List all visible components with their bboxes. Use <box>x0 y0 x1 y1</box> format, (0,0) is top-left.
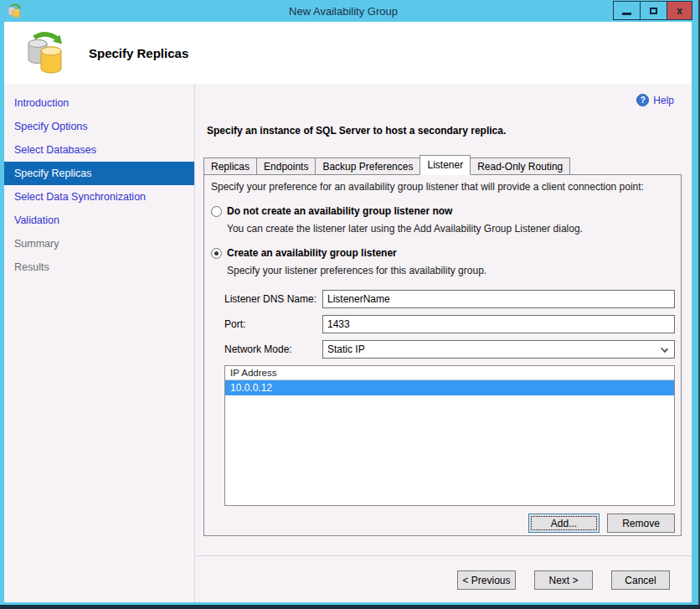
port-input[interactable] <box>322 315 675 333</box>
new-availability-group-window: New Availability Group x Specify Replica… <box>0 0 700 609</box>
listener-tab-panel: Specify your preference for an availabil… <box>203 174 682 536</box>
window-controls: x <box>614 1 692 20</box>
sidebar-item-results: Results <box>4 255 194 279</box>
sidebar-item-summary: Summary <box>4 232 194 255</box>
radio-create-listener-description: Specify your listener preferences for th… <box>227 265 681 276</box>
network-mode-value: Static IP <box>327 343 365 355</box>
tab-read-only-routing[interactable]: Read-Only Routing <box>470 157 570 175</box>
network-mode-row: Network Mode: Static IP <box>224 340 675 359</box>
tab-strip: Replicas Endpoints Backup Preferences Li… <box>203 157 569 175</box>
sidebar-item-select-data-synchronization[interactable]: Select Data Synchronization <box>4 185 194 209</box>
replicas-database-icon <box>23 30 67 75</box>
tab-listener[interactable]: Listener <box>419 155 471 175</box>
dns-name-input[interactable] <box>322 290 675 308</box>
radio-no-listener-description: You can create the listener later using … <box>227 223 681 235</box>
maximize-icon <box>650 8 657 14</box>
ip-address-row[interactable]: 10.0.0.12 <box>225 380 674 395</box>
network-mode-label: Network Mode: <box>224 343 322 355</box>
tab-backup-preferences[interactable]: Backup Preferences <box>315 157 420 175</box>
page-title: Specify Replicas <box>89 46 188 60</box>
tab-endpoints[interactable]: Endpoints <box>256 157 316 175</box>
sidebar-item-specify-replicas[interactable]: Specify Replicas <box>4 162 194 185</box>
help-icon: ? <box>636 94 649 106</box>
wizard-footer: < Previous Next > Cancel <box>195 555 692 602</box>
minimize-button[interactable] <box>613 1 641 20</box>
port-label: Port: <box>224 318 322 330</box>
ip-address-list[interactable]: IP Address 10.0.0.12 <box>224 365 675 506</box>
listener-fields: Listener DNS Name: Port: Network Mode: <box>224 290 675 359</box>
network-mode-select[interactable]: Static IP <box>322 340 675 359</box>
cancel-button[interactable]: Cancel <box>611 570 670 590</box>
content-column: ? Help Specify an instance of SQL Server… <box>195 84 692 602</box>
help-link[interactable]: ? Help <box>636 94 674 106</box>
dns-name-row: Listener DNS Name: <box>224 290 675 308</box>
close-button[interactable]: x <box>667 1 692 20</box>
close-icon: x <box>677 5 682 17</box>
title-bar: New Availability Group x <box>0 0 700 22</box>
window-title: New Availability Group <box>0 0 687 22</box>
dialog-body: Introduction Specify Options Select Data… <box>4 84 692 602</box>
previous-button[interactable]: < Previous <box>457 570 516 590</box>
minimize-icon <box>622 13 631 15</box>
listener-preference-text: Specify your preference for an availabil… <box>211 181 674 193</box>
radio-create-listener-label: Create an availability group listener <box>227 247 397 259</box>
sidebar-item-validation[interactable]: Validation <box>4 209 194 232</box>
ip-list-buttons: Add... Remove <box>204 514 675 533</box>
port-row: Port: <box>224 315 675 333</box>
sidebar-item-introduction[interactable]: Introduction <box>4 91 194 115</box>
add-button[interactable]: Add... <box>528 514 600 533</box>
radio-option-create-listener[interactable]: Create an availability group listener <box>211 247 681 259</box>
dialog-card: Specify Replicas Introduction Specify Op… <box>4 22 692 602</box>
window-edge-bottom <box>0 605 700 609</box>
wizard-steps-sidebar: Introduction Specify Options Select Data… <box>4 84 195 602</box>
wizard-header: Specify Replicas <box>4 22 692 84</box>
footer-buttons: < Previous Next > Cancel <box>439 570 670 590</box>
sidebar-item-select-databases[interactable]: Select Databases <box>4 138 194 162</box>
remove-button[interactable]: Remove <box>607 514 675 533</box>
radio-no-listener-label: Do not create an availability group list… <box>227 205 452 217</box>
radio-option-no-listener[interactable]: Do not create an availability group list… <box>211 205 681 217</box>
radio-selected-icon[interactable] <box>211 248 222 259</box>
ip-address-column-header: IP Address <box>225 366 674 380</box>
dns-name-label: Listener DNS Name: <box>224 293 322 305</box>
next-button[interactable]: Next > <box>534 570 593 590</box>
chevron-down-icon <box>661 345 668 353</box>
sidebar-item-specify-options[interactable]: Specify Options <box>4 115 194 138</box>
main-content: ? Help Specify an instance of SQL Server… <box>195 84 692 555</box>
tab-replicas[interactable]: Replicas <box>203 157 257 175</box>
radio-unselected-icon[interactable] <box>211 206 222 217</box>
maximize-button[interactable] <box>640 1 667 20</box>
instruction-text: Specify an instance of SQL Server to hos… <box>207 125 506 137</box>
help-label: Help <box>653 95 674 106</box>
